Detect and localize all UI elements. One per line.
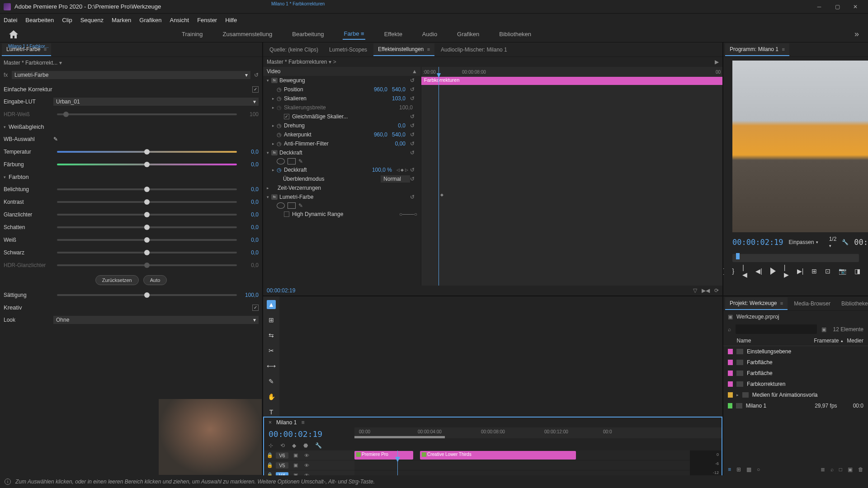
exposure-slider[interactable] [57,188,237,190]
menu-file[interactable]: Datei [4,17,17,23]
highlights-value[interactable]: 0,0 [241,211,259,218]
comparison-icon[interactable]: ◨ [854,267,860,276]
project-item[interactable]: Farbfläche [723,368,868,379]
lock-icon[interactable]: 🔒 [267,462,272,468]
list-view-icon[interactable]: ≡ [728,466,731,473]
section-checkbox[interactable] [252,305,259,311]
trash-icon[interactable]: 🗑 [858,466,863,473]
reset-icon[interactable]: ↺ [410,95,417,102]
reset-icon[interactable]: ↺ [410,113,417,120]
tab-program[interactable]: Programm: Milano 1 ≡ [725,43,789,56]
menu-help[interactable]: Hilfe [225,17,237,23]
position-y[interactable]: 540,0 [392,86,406,93]
section-checkbox[interactable] [252,86,259,93]
effect-clip-bar[interactable]: Farbkorrekturen [421,77,722,85]
menu-view[interactable]: Ansicht [170,17,189,23]
project-item[interactable]: Farbkorrekturen [723,379,868,389]
reset-icon[interactable]: ↺ [410,150,417,156]
eyedropper-icon[interactable]: ✎ [53,136,58,142]
search-input[interactable] [736,324,817,334]
tint-value[interactable]: 0,0 [241,161,259,168]
scale-value[interactable]: 103,0 [392,95,406,102]
effect-play-icon[interactable]: ▶ [715,59,719,65]
label-color-swatch[interactable] [728,392,733,398]
workspace-assembly[interactable]: Zusammenstellung [222,29,273,39]
track-output-icon[interactable]: ▣ [292,452,299,458]
effect-clip-label[interactable]: Milano 1 * Farbkorrekturen [269,42,326,296]
reset-icon[interactable]: ↺ [410,141,417,147]
antiflicker-value[interactable]: 0,00 [395,141,406,147]
track-v6[interactable]: V6 [276,452,288,459]
tab-lumetri-scopes[interactable]: Lumetri-Scopes [325,44,372,56]
marker-icon[interactable]: } [732,267,735,276]
new-item-icon[interactable]: ▣ [848,466,853,473]
filter-icon[interactable]: ▽ [693,287,697,294]
menu-sequence[interactable]: Sequenz [80,17,104,23]
automate-icon[interactable]: ≣ [821,466,825,473]
label-color-swatch[interactable] [728,371,733,376]
anchor-y[interactable]: 540,0 [392,131,406,138]
program-scrubber[interactable] [732,254,859,262]
label-color-swatch[interactable] [728,349,733,354]
wrench-icon[interactable]: 🔧 [842,239,849,245]
shadows-value[interactable]: 0,0 [241,224,259,230]
workspace-color[interactable]: Farbe ≡ [343,28,365,40]
icon-view-icon[interactable]: ⊞ [736,466,741,473]
lock-icon[interactable]: 🔒 [267,452,272,458]
new-bin-icon[interactable]: □ [839,466,842,473]
position-x[interactable]: 960,0 [374,86,387,93]
blend-mode-select[interactable]: Normal [381,175,410,183]
reset-icon[interactable]: ↺ [410,131,417,138]
insert-icon[interactable]: ⊞ [811,267,817,276]
tab-media-browser[interactable]: Media-Browser [789,298,835,310]
col-media-header[interactable]: Medier [847,338,863,344]
reset-icon[interactable]: ↺ [410,77,417,84]
close-button[interactable]: ✕ [846,0,864,14]
track-output-icon[interactable]: ▣ [292,472,299,475]
reset-icon[interactable]: ↺ [410,86,417,93]
play-button[interactable] [770,267,776,276]
menu-edit[interactable]: Bearbeiten [25,17,54,23]
label-color-swatch[interactable] [728,403,732,408]
reset-icon[interactable]: ↺ [410,167,417,173]
blacks-value[interactable]: 0,0 [241,249,259,256]
temperature-value[interactable]: 0,0 [241,149,259,155]
project-item[interactable]: Milano 129,97 fps00:0 [723,400,868,411]
tab-libraries[interactable]: Bibliotheken [837,298,868,310]
menu-window[interactable]: Fenster [197,17,217,23]
export-frame-icon[interactable]: 📷 [839,267,846,276]
reset-icon[interactable]: ↺ [410,176,417,182]
project-item[interactable]: ▸Medien für Animationsvorla [723,389,868,400]
contrast-slider[interactable] [57,201,237,203]
resolution-select[interactable]: 1/2 ▾ [829,236,837,249]
maximize-button[interactable]: ▢ [828,0,846,14]
zoom-fit-select[interactable]: Einpassen ▾ [789,239,818,245]
workspace-graphics[interactable]: Grafiken [456,29,480,39]
go-to-in-icon[interactable]: |◀ [742,267,747,276]
label-color-swatch[interactable] [728,381,733,387]
project-item[interactable]: Einstellungsebene [723,346,868,357]
menu-markers[interactable]: Marken [112,17,131,23]
contrast-value[interactable]: 0,0 [241,199,259,205]
project-item[interactable]: Farbfläche [723,357,868,368]
tab-audio-mixer[interactable]: Audioclip-Mischer: Milano 1 [436,44,512,56]
clapboard-icon[interactable]: ▣ [821,326,826,333]
freeform-view-icon[interactable]: ▦ [746,466,751,473]
workspace-audio[interactable]: Audio [421,29,438,39]
reset-icon[interactable]: ↺ [410,122,417,129]
step-forward-icon[interactable]: |▶ [784,267,789,276]
home-icon[interactable] [9,30,18,38]
auto-button[interactable]: Auto [143,275,167,285]
workspace-effects[interactable]: Effekte [383,29,403,39]
tab-effect-controls[interactable]: Effekteinstellungen ≡ [373,43,434,56]
look-select[interactable]: Ohne▾ [53,316,259,324]
snap-icon[interactable]: ▶◀ [702,287,710,294]
whites-slider[interactable] [57,239,237,241]
whites-value[interactable]: 0,0 [241,237,259,243]
clip-premiere-pro[interactable]: Premiere Pro [354,451,413,460]
workspace-libraries[interactable]: Bibliotheken [498,29,532,39]
program-current-time[interactable]: 00:00:02:19 [732,238,783,247]
workspace-overflow-icon[interactable]: » [854,29,859,39]
tint-slider[interactable] [57,164,237,165]
track-visibility-icon[interactable]: 👁 [303,453,310,458]
